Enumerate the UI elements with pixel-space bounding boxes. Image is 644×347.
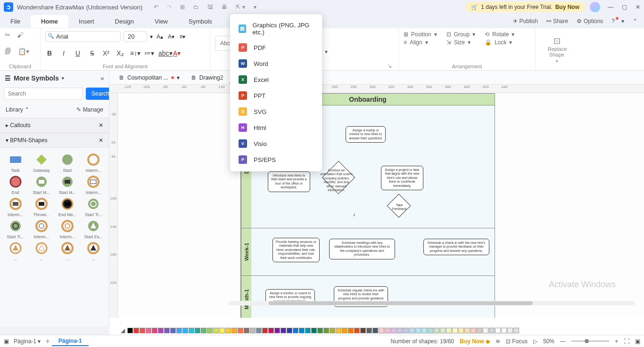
new-icon[interactable]: ⊞ [180,4,185,10]
lane-month1-label[interactable]: Month-1 [241,276,251,318]
shape-13[interactable]: Interm... [29,219,54,239]
shape-14[interactable]: Interm... [55,219,80,239]
color-swatch[interactable] [158,328,164,333]
node-orientation[interactable]: Conduct an orientation that covers compa… [322,161,355,194]
color-swatch[interactable] [495,328,501,333]
rotate-button[interactable]: ⟲ Rotate▾ [485,31,514,38]
shape-16[interactable]: ... [3,241,28,261]
more-symbols-button[interactable]: ☰ More Symbols▾ « [0,71,109,86]
color-swatch[interactable] [182,328,188,333]
shape-15[interactable]: Start Es... [81,219,106,239]
clear-format-icon[interactable]: abc▾ [158,49,167,57]
node-feedback[interactable]: Take Feedback [387,194,411,218]
color-swatch[interactable] [127,328,133,333]
shape-11[interactable]: Start Ti... [81,197,106,217]
color-swatch[interactable] [385,328,390,333]
color-swatch[interactable] [207,328,213,333]
color-swatch[interactable] [428,328,433,333]
maximize-icon[interactable]: ▢ [622,4,627,10]
close-category-icon[interactable]: ✕ [99,137,103,144]
category-bpmn[interactable]: ▾ BPMN-Shapes ✕ [0,133,109,148]
publish-button[interactable]: ✈Publish [513,18,538,24]
color-swatch[interactable] [225,328,231,333]
symbol-search-button[interactable]: Search [86,88,109,100]
shape-12[interactable]: Start Ti... [3,219,28,239]
align-button[interactable]: ≡ Align▾ [404,39,437,46]
color-swatch[interactable] [477,328,482,333]
shape-7[interactable]: Interm... [81,175,106,195]
color-swatch[interactable] [446,328,452,333]
underline-icon[interactable]: U [74,49,82,57]
more-icon[interactable]: ▾ [254,4,256,10]
page-tab-1[interactable]: Página-1 [52,337,89,346]
color-swatch[interactable] [440,328,446,333]
copy-icon[interactable]: 🗐 [5,48,11,57]
color-swatch[interactable] [452,328,458,333]
subscript-icon[interactable]: X₂ [116,49,124,57]
shape-8[interactable]: Interm... [3,197,28,217]
color-swatch[interactable] [164,328,170,333]
export-word[interactable]: WWord [230,56,322,72]
color-swatch[interactable] [471,328,476,333]
color-swatch[interactable] [403,328,409,333]
redo-icon[interactable]: ↷ [167,4,172,10]
color-swatch[interactable] [244,328,249,333]
color-swatch[interactable] [397,328,403,333]
font-size-select[interactable]: 20 [124,31,147,42]
export-excel[interactable]: XExcel [230,72,322,88]
open-icon[interactable]: 🗀 [193,4,199,10]
save-icon[interactable]: 🖫 [207,4,213,10]
close-category-icon[interactable]: ✕ [99,122,103,129]
zoom-slider[interactable] [571,340,609,342]
color-swatch[interactable] [170,328,176,333]
color-swatch[interactable] [299,328,305,333]
layout-icon[interactable]: ▣ [4,338,9,345]
node-checkin[interactable]: Schedule a check-in with the new hire's … [423,239,489,255]
color-swatch[interactable] [354,328,360,333]
color-swatch[interactable] [311,328,317,333]
color-swatch[interactable] [391,328,396,333]
font-color-icon[interactable]: A▾ [173,49,181,57]
shape-5[interactable]: Start M... [29,175,54,195]
trial-banner[interactable]: 🛒 1 days left in your Free Trial. Buy No… [465,2,585,12]
color-swatch[interactable] [293,328,298,333]
paste-icon[interactable]: 📋▾ [18,48,29,57]
lock-button[interactable]: 🔒 Lock▾ [485,39,514,46]
menu-file[interactable]: File [0,15,31,28]
shape-0[interactable]: Task [3,153,28,173]
bullets-icon[interactable]: ≔▾ [144,49,153,57]
shape-17[interactable]: ... [29,241,54,261]
collapse-ribbon-icon[interactable]: ⌃ [633,18,637,24]
color-swatch[interactable] [507,328,513,333]
zoom-out-icon[interactable]: — [560,338,566,345]
cut-icon[interactable]: ✂ [5,31,10,41]
node-buddy[interactable]: Assign a buddy or mentor to new hires to… [346,126,386,143]
color-swatch[interactable] [281,328,286,333]
color-swatch[interactable] [348,328,354,333]
color-swatch[interactable] [317,328,323,333]
node-training[interactable]: Provide training sessions or materials t… [272,238,320,262]
color-swatch[interactable] [176,328,182,333]
color-swatch[interactable] [195,328,200,333]
menu-symbols[interactable]: Symbols [178,15,223,28]
node-stakeholders[interactable]: Schedule meetings with key stakeholders … [329,239,395,259]
color-swatch[interactable] [133,328,139,333]
color-swatch[interactable] [287,328,292,333]
replace-shape-button[interactable]: ⊡ Replace Shape ▾ [540,31,573,69]
align-icon[interactable]: ≡▾ [178,33,187,40]
color-swatch[interactable] [409,328,415,333]
color-swatch[interactable] [219,328,225,333]
color-swatch[interactable] [483,328,488,333]
color-swatch[interactable] [421,328,427,333]
strikethrough-icon[interactable]: S̶ [88,49,96,57]
export-pseps[interactable]: PPS/EPS [230,152,322,168]
color-swatch[interactable] [415,328,421,333]
collapse-panel-icon[interactable]: « [100,74,104,82]
color-swatch[interactable] [513,328,519,333]
shape-6[interactable]: Start M... [55,175,80,195]
share-button[interactable]: ⚯Share [546,18,568,24]
print-icon[interactable]: 🖶 [222,4,227,10]
color-swatch[interactable] [434,328,439,333]
menu-home[interactable]: Home [31,15,68,28]
color-swatch[interactable] [146,328,151,333]
